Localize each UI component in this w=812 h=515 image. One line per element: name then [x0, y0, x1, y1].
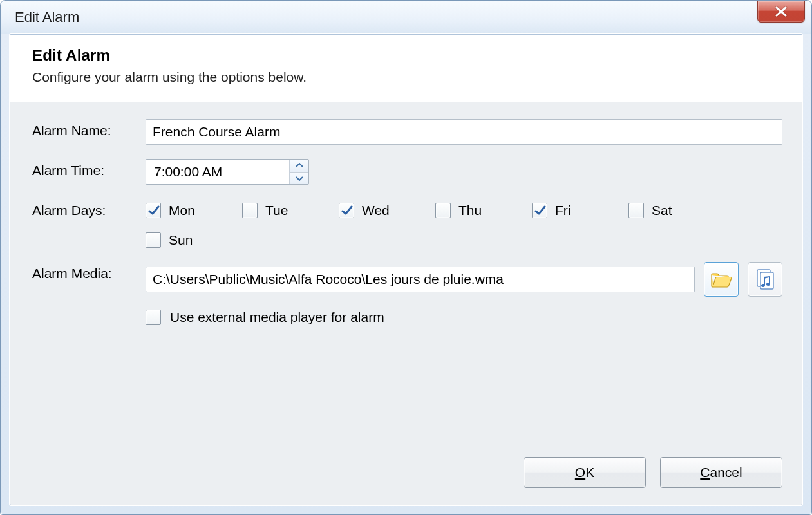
day-sun-checkbox[interactable] [146, 232, 161, 248]
time-spin-down[interactable] [290, 172, 308, 185]
dialog-header: Edit Alarm Configure your alarm using th… [10, 35, 802, 102]
external-player-checkbox[interactable] [146, 310, 161, 325]
day-sun-label: Sun [169, 232, 193, 248]
dialog-heading: Edit Alarm [32, 46, 782, 64]
chevron-down-icon [296, 176, 303, 181]
row-alarm-name: Alarm Name: [32, 119, 782, 145]
alarm-name-input[interactable] [146, 119, 782, 145]
music-file-icon [755, 268, 775, 290]
alarm-time-input[interactable] [146, 160, 289, 184]
form-area: Alarm Name: Alarm Time: [10, 102, 802, 346]
alarm-time-control [146, 159, 309, 185]
day-mon-label: Mon [169, 203, 195, 218]
dialog-button-bar: OK Cancel [524, 457, 782, 488]
day-tue-checkbox[interactable] [242, 203, 258, 218]
day-fri[interactable]: Fri [532, 203, 616, 218]
media-file-button[interactable] [748, 262, 782, 297]
alarm-media-input[interactable] [146, 267, 695, 292]
day-fri-checkbox[interactable] [532, 203, 547, 218]
day-wed-checkbox[interactable] [339, 203, 354, 218]
browse-media-button[interactable] [704, 262, 739, 297]
chevron-up-icon [296, 163, 303, 168]
dialog-window: Edit Alarm Edit Alarm Configure your ala… [0, 0, 812, 515]
close-icon [773, 6, 789, 17]
row-alarm-media: Alarm Media: [32, 262, 782, 325]
label-alarm-name: Alarm Name: [32, 119, 146, 138]
day-sun[interactable]: Sun [146, 232, 229, 248]
external-player-row: Use external media player for alarm [146, 310, 782, 325]
label-alarm-days: Alarm Days: [32, 199, 146, 218]
day-fri-label: Fri [555, 203, 571, 218]
day-sat-label: Sat [652, 203, 672, 218]
client-area: Edit Alarm Configure your alarm using th… [10, 34, 802, 505]
day-thu[interactable]: Thu [435, 203, 519, 218]
day-tue[interactable]: Tue [242, 203, 326, 218]
row-alarm-time: Alarm Time: [32, 159, 782, 185]
external-player-label: Use external media player for alarm [170, 310, 384, 325]
row-alarm-days: Alarm Days: MonTueWedThuFriSatSun [32, 199, 782, 248]
cancel-button[interactable]: Cancel [660, 457, 782, 488]
folder-open-icon [710, 270, 732, 288]
label-alarm-media: Alarm Media: [32, 262, 146, 281]
day-tue-label: Tue [265, 203, 288, 218]
close-button[interactable] [757, 1, 805, 23]
window-title: Edit Alarm [15, 9, 757, 26]
day-mon-checkbox[interactable] [146, 203, 161, 218]
label-alarm-time: Alarm Time: [32, 159, 146, 178]
day-sat[interactable]: Sat [628, 203, 712, 218]
title-bar: Edit Alarm [1, 1, 811, 34]
day-mon[interactable]: Mon [146, 203, 229, 218]
days-grid: MonTueWedThuFriSatSun [146, 199, 782, 248]
day-sat-checkbox[interactable] [628, 203, 644, 218]
time-spinner [289, 160, 308, 184]
day-wed-label: Wed [362, 203, 390, 218]
day-thu-label: Thu [458, 203, 482, 218]
ok-button[interactable]: OK [524, 457, 646, 488]
day-wed[interactable]: Wed [339, 203, 422, 218]
day-thu-checkbox[interactable] [435, 203, 451, 218]
dialog-subheading: Configure your alarm using the options b… [32, 70, 782, 85]
media-controls [146, 262, 782, 297]
time-spin-up[interactable] [290, 160, 308, 172]
